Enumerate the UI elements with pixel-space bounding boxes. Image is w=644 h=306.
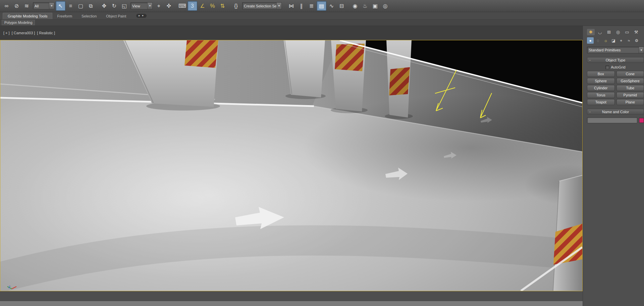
ribbon-overflow-button[interactable]: ▸ ▾ (136, 14, 146, 18)
name-and-color-row (587, 117, 644, 123)
named-selection-sets-dropdown[interactable]: Create Selection Se▼ (242, 2, 282, 9)
select-and-move-button[interactable]: ✥ (99, 1, 109, 11)
pillar-1-hazard-shade (184, 40, 218, 68)
mirror-button[interactable]: ⋈ (286, 1, 296, 11)
use-pivot-point-center-button[interactable]: ⌖ (154, 1, 164, 11)
object-type-cone-button[interactable]: Cone (616, 71, 644, 77)
viewport-scene[interactable]: z (0, 40, 582, 291)
unlink-selection-button[interactable]: ⊘ (12, 1, 21, 11)
object-type-box-button[interactable]: Box (587, 71, 615, 77)
rectangular-selection-region-icon: ▢ (78, 3, 83, 9)
tab-space-warps-icon[interactable]: ≈ (626, 37, 632, 44)
chevron-down-icon: ▼ (276, 3, 281, 9)
autogrid-label: AutoGrid (611, 65, 625, 69)
bind-to-space-warp-button[interactable]: ≋ (22, 1, 32, 11)
select-by-name-button[interactable]: ≡ (66, 1, 75, 11)
render-setup-button[interactable]: ♨ (360, 1, 370, 11)
rectangular-selection-region-button[interactable]: ▢ (76, 1, 86, 11)
use-pivot-point-center-icon: ⌖ (157, 3, 160, 9)
manage-layers-icon: ≣ (309, 3, 314, 9)
object-color-swatch[interactable] (639, 118, 644, 123)
schematic-view-button[interactable]: ⊟ (337, 1, 346, 11)
main-toolbar: ∞⊘≋All▼↖≡▢⧉✥↻◱View▼⌖✜⌨3∠%⇅{}Create Selec… (0, 0, 644, 12)
track-bar-strip[interactable] (0, 301, 583, 306)
tab-selection[interactable]: Selection (77, 13, 101, 19)
keyboard-shortcut-override-button[interactable]: ⌨ (177, 1, 187, 11)
tab-cameras-icon[interactable]: ◪ (610, 37, 617, 44)
tab-lights-icon[interactable]: ☼ (602, 37, 609, 44)
tab-shapes-icon[interactable]: ◌ (595, 37, 601, 44)
object-type-teapot-button[interactable]: Teapot (587, 99, 615, 105)
selection-filter-dropdown[interactable]: All▼ (33, 2, 54, 9)
render-production-button[interactable]: ◎ (380, 1, 390, 11)
object-type-sphere-button[interactable]: Sphere (587, 78, 615, 84)
collapse-icon: - (589, 58, 591, 62)
rendered-frame-window-button[interactable]: ▣ (370, 1, 380, 11)
workspace: [ + ] [ Camera003 ] [ Realistic ] (0, 26, 644, 306)
select-object-button[interactable]: ↖ (56, 1, 65, 11)
curve-editor-icon: ∿ (329, 3, 334, 9)
select-and-link-button[interactable]: ∞ (2, 1, 11, 11)
object-type-cylinder-button[interactable]: Cylinder (587, 85, 615, 91)
tab-systems-icon[interactable]: ⚙ (633, 37, 640, 44)
primitive-category-dropdown[interactable]: Standard Primitives ▼ (587, 47, 644, 53)
select-and-rotate-button[interactable]: ↻ (109, 1, 119, 11)
tab-geometry-icon[interactable]: ● (587, 37, 594, 44)
create-category-tabs: ●◌☼◪⌖≈⚙ (587, 37, 644, 44)
align-button[interactable]: ∥ (297, 1, 306, 11)
reference-coordinate-system-value: View (131, 4, 147, 8)
autogrid-checkbox[interactable] (605, 65, 609, 69)
viewport-shading-menu[interactable]: [ Realistic ] (37, 31, 55, 35)
object-name-input[interactable] (587, 117, 637, 123)
graphite-ribbon-toggle-button[interactable]: ▤ (317, 1, 326, 11)
edit-named-selection-sets-button[interactable]: {} (231, 1, 241, 11)
percent-snap-toggle-button[interactable]: % (208, 1, 217, 11)
select-and-scale-button[interactable]: ◱ (119, 1, 129, 11)
object-type-tube-button[interactable]: Tube (616, 85, 644, 91)
angle-snap-toggle-button[interactable]: ∠ (198, 1, 207, 11)
snaps-toggle-icon: 3 (191, 3, 194, 9)
tab-hierarchy-icon[interactable]: ⊞ (605, 29, 613, 35)
select-and-rotate-icon: ↻ (112, 3, 116, 9)
schematic-view-icon: ⊟ (339, 3, 344, 9)
viewport-general-menu[interactable]: [ + ] (3, 31, 10, 35)
command-panel: ✱◡⊞◎▭⚒ ●◌☼◪⌖≈⚙ Standard Primitives ▼ - O… (583, 26, 644, 306)
command-panel-tabs: ✱◡⊞◎▭⚒ (587, 29, 644, 35)
toolbar-separator (283, 0, 286, 12)
name-and-color-rollout: - Name and Color (587, 109, 644, 123)
material-editor-button[interactable]: ◉ (350, 1, 360, 11)
spinner-snap-toggle-button[interactable]: ⇅ (218, 1, 227, 11)
mirror-icon: ⋈ (289, 3, 294, 9)
tab-helpers-icon[interactable]: ⌖ (618, 37, 625, 44)
window-crossing-toggle-button[interactable]: ⧉ (86, 1, 96, 11)
render-production-icon: ◎ (383, 3, 388, 9)
object-type-rollout-header[interactable]: - Object Type (587, 57, 644, 63)
tab-object-paint[interactable]: Object Paint (101, 13, 131, 19)
manage-layers-button[interactable]: ≣ (307, 1, 316, 11)
viewport-pov-menu[interactable]: [ Camera003 ] (12, 31, 35, 35)
select-by-name-icon: ≡ (69, 3, 72, 9)
tab-modify-icon[interactable]: ◡ (596, 29, 604, 35)
bind-to-space-warp-icon: ≋ (24, 3, 29, 9)
object-type-pyramid-button[interactable]: Pyramid (616, 92, 644, 98)
tab-create-icon[interactable]: ✱ (587, 29, 595, 35)
status-strip (0, 291, 583, 301)
tab-freeform[interactable]: Freeform (52, 13, 77, 19)
graphite-ribbon-toggle-icon: ▤ (319, 3, 324, 9)
chevron-down-icon: ▼ (639, 47, 644, 53)
name-and-color-rollout-header[interactable]: - Name and Color (587, 109, 644, 115)
curve-editor-button[interactable]: ∿ (327, 1, 336, 11)
object-type-plane-button[interactable]: Plane (616, 99, 644, 105)
tab-utilities-icon[interactable]: ⚒ (632, 29, 640, 35)
material-editor-icon: ◉ (353, 3, 358, 9)
select-and-manipulate-button[interactable]: ✜ (164, 1, 174, 11)
object-type-torus-button[interactable]: Torus (587, 92, 615, 98)
tab-polygon-modeling[interactable]: Polygon Modeling (2, 20, 35, 25)
object-type-geosphere-button[interactable]: GeoSphere (616, 78, 644, 84)
tab-motion-icon[interactable]: ◎ (614, 29, 622, 35)
tab-display-icon[interactable]: ▭ (623, 29, 631, 35)
snaps-toggle-button[interactable]: 3 (187, 1, 197, 11)
tab-graphite-modeling-tools[interactable]: Graphite Modeling Tools (3, 13, 52, 19)
reference-coordinate-system-dropdown[interactable]: View▼ (130, 2, 153, 9)
select-and-move-icon: ✥ (102, 3, 106, 9)
